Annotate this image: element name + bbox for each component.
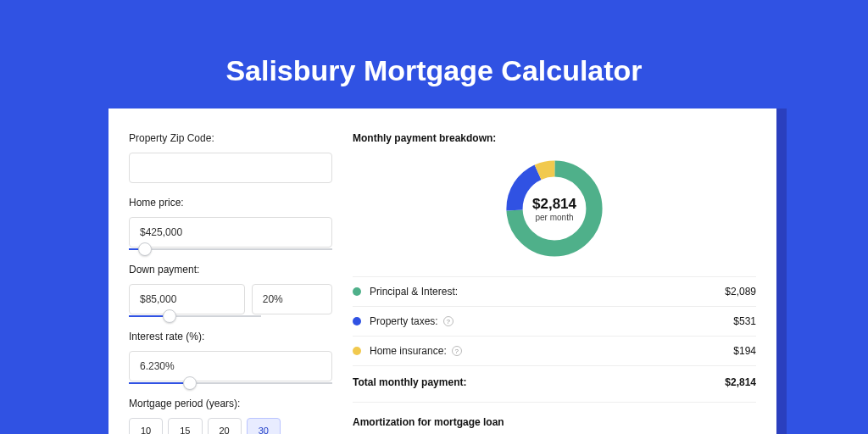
amortization-title: Amortization for mortgage loan xyxy=(353,403,756,428)
line-item-principal: Principal & Interest: $2,089 xyxy=(353,276,756,306)
home-price-field-group: Home price: xyxy=(129,197,332,250)
down-payment-label: Down payment: xyxy=(129,264,332,275)
dot-icon xyxy=(353,287,361,296)
down-payment-field-group: Down payment: xyxy=(129,264,332,317)
interest-input[interactable] xyxy=(129,351,332,381)
period-label: Mortgage period (years): xyxy=(129,398,332,409)
zip-field-group: Property Zip Code: xyxy=(129,132,332,183)
slider-thumb[interactable] xyxy=(163,309,176,323)
period-btn-15[interactable]: 15 xyxy=(168,418,202,434)
breakdown-title: Monthly payment breakdown: xyxy=(353,132,756,144)
breakdown-column: Monthly payment breakdown: $2,814 per mo… xyxy=(353,132,756,434)
li-value: $531 xyxy=(733,315,756,327)
li-label: Property taxes: xyxy=(370,315,438,327)
donut-sub: per month xyxy=(535,213,573,222)
calculator-card: Property Zip Code: Home price: Down paym… xyxy=(108,108,776,434)
slider-thumb[interactable] xyxy=(183,376,197,390)
home-price-slider[interactable] xyxy=(129,248,332,250)
interest-slider[interactable] xyxy=(129,382,332,384)
total-label: Total monthly payment: xyxy=(353,376,466,388)
zip-input[interactable] xyxy=(129,153,332,183)
interest-label: Interest rate (%): xyxy=(129,331,332,342)
interest-field-group: Interest rate (%): xyxy=(129,331,332,384)
total-value: $2,814 xyxy=(725,376,756,388)
li-label: Home insurance: xyxy=(370,345,447,357)
period-btn-20[interactable]: 20 xyxy=(208,418,242,434)
li-label: Principal & Interest: xyxy=(370,286,458,298)
page-title: Salisbury Mortgage Calculator xyxy=(0,0,868,87)
donut-chart-wrap: $2,814 per month xyxy=(353,156,756,261)
down-payment-amount-input[interactable] xyxy=(129,284,245,314)
down-payment-slider[interactable] xyxy=(129,315,261,317)
period-field-group: Mortgage period (years): 10 15 20 30 xyxy=(129,398,332,434)
dot-icon xyxy=(353,347,361,355)
line-item-taxes: Property taxes: ? $531 xyxy=(353,306,756,336)
line-item-insurance: Home insurance: ? $194 xyxy=(353,336,756,365)
total-row: Total monthly payment: $2,814 xyxy=(353,365,756,402)
donut-chart: $2,814 per month xyxy=(502,156,607,261)
help-icon[interactable]: ? xyxy=(452,346,462,356)
li-value: $2,089 xyxy=(725,286,756,298)
down-payment-pct-input[interactable] xyxy=(252,284,332,314)
home-price-label: Home price: xyxy=(129,197,332,209)
home-price-input[interactable] xyxy=(129,217,332,248)
form-column: Property Zip Code: Home price: Down paym… xyxy=(129,132,332,434)
li-value: $194 xyxy=(733,345,756,357)
dot-icon xyxy=(353,317,361,326)
help-icon[interactable]: ? xyxy=(443,316,453,326)
donut-amount: $2,814 xyxy=(532,196,576,213)
period-button-row: 10 15 20 30 xyxy=(129,418,332,434)
period-btn-30[interactable]: 30 xyxy=(247,418,281,434)
slider-thumb[interactable] xyxy=(138,242,152,256)
zip-label: Property Zip Code: xyxy=(129,132,332,144)
donut-center: $2,814 per month xyxy=(502,156,607,261)
period-btn-10[interactable]: 10 xyxy=(129,418,163,434)
